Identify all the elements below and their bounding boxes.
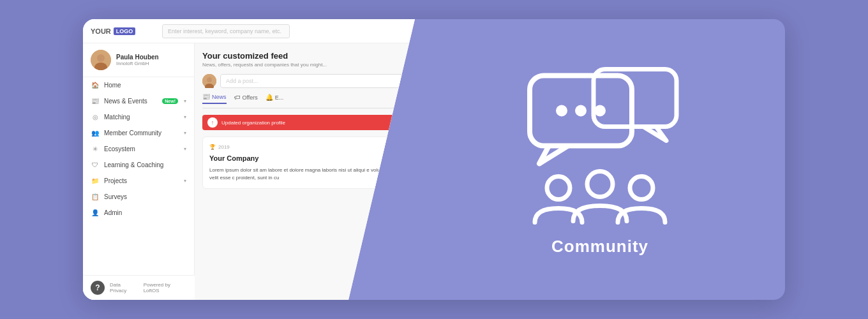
chevron-icon-community: ▾ (184, 130, 186, 136)
nav-label-ecosystem: Ecosystem (104, 145, 179, 152)
data-privacy-link[interactable]: Data Privacy (110, 282, 138, 293)
nav-label-matching: Matching (104, 114, 179, 121)
svg-point-11 (547, 177, 570, 200)
nav-item-home[interactable]: 🏠 Home (83, 77, 194, 93)
community-icon: 👥 (91, 130, 100, 137)
chevron-icon: ▾ (184, 98, 186, 104)
search-placeholder: Enter interest, keyword, company name, e… (168, 28, 281, 34)
offers-tab-icon: 🏷 (234, 94, 241, 101)
tab-offers-label: Offers (243, 94, 258, 101)
nav-item-projects[interactable]: 📁 Projects ▾ (83, 173, 194, 189)
main-card: YOUR LOGO Enter interest, keyword, compa… (83, 19, 785, 300)
logo-your: YOUR (91, 27, 111, 35)
add-post-input[interactable]: Add a post... (220, 74, 407, 88)
notif-icon: ↑ (207, 117, 218, 128)
svg-point-1 (97, 54, 105, 62)
learning-icon: 🛡 (91, 161, 100, 168)
tab-offers[interactable]: 🏷 Offers (234, 93, 258, 104)
svg-point-7 (556, 105, 567, 117)
post-body: Lorem ipsum dolor sit am labore et dolor… (209, 167, 400, 182)
home-icon: 🏠 (91, 82, 100, 89)
tab-extra[interactable]: 🔔 E... (266, 93, 284, 104)
user-company: Innoloft GmbH (116, 61, 186, 66)
logo-area: YOUR LOGO (91, 27, 154, 35)
extra-tab-icon: 🔔 (266, 94, 273, 101)
community-text: Community (551, 237, 648, 256)
sidebar: Paula Houben Innoloft GmbH 🏠 Home 📰 News… (83, 43, 195, 300)
tab-extra-label: E... (275, 94, 284, 101)
nav-label-admin: Admin (104, 209, 186, 216)
nav-label-projects: Projects (104, 177, 179, 184)
app-body: Paula Houben Innoloft GmbH 🏠 Home 📰 News… (83, 43, 415, 300)
svg-point-8 (575, 105, 587, 117)
add-post-row: Add a post... (202, 74, 407, 88)
matching-icon: ◎ (91, 114, 100, 121)
help-button[interactable]: ? (91, 281, 105, 295)
admin-icon: 👤 (91, 209, 100, 216)
nav-label-surveys: Surveys (104, 193, 186, 200)
svg-point-9 (594, 105, 606, 117)
user-info: Paula Houben Innoloft GmbH (116, 54, 186, 66)
post-card: 🏆 2019 Your Company Lorem ipsum dolor si… (202, 137, 407, 189)
user-profile: Paula Houben Innoloft GmbH (83, 43, 194, 77)
filter-tabs: 📰 News 🏷 Offers 🔔 E... (202, 93, 407, 108)
svg-point-4 (207, 77, 212, 82)
post-year: 🏆 2019 (209, 144, 400, 151)
nav-item-ecosystem[interactable]: ✳ Ecosystem ▾ (83, 141, 194, 157)
app-screenshot: YOUR LOGO Enter interest, keyword, compa… (83, 19, 415, 300)
nav-item-matching[interactable]: ◎ Matching ▾ (83, 109, 194, 125)
news-badge: New! (162, 98, 178, 104)
community-label: Community (511, 63, 689, 256)
powered-by-label: Powered by LoftOS (144, 282, 187, 293)
search-bar[interactable]: Enter interest, keyword, company name, e… (162, 24, 290, 38)
news-icon: 📰 (91, 98, 100, 105)
community-side: Community (415, 19, 785, 300)
nav-label-learning: Learning & Coaching (104, 161, 186, 168)
svg-point-13 (630, 177, 653, 200)
news-tab-icon: 📰 (202, 93, 210, 100)
sidebar-footer: ? Data Privacy Powered by LoftOS (83, 275, 195, 300)
add-post-placeholder: Add a post... (226, 78, 258, 84)
mini-avatar (202, 74, 216, 88)
surveys-icon: 📋 (91, 193, 100, 200)
chevron-icon-projects: ▾ (184, 178, 186, 184)
ecosystem-icon: ✳ (91, 145, 100, 152)
chevron-icon-ecosystem: ▾ (184, 146, 186, 152)
nav-label-community: Member Community (104, 130, 179, 137)
logo-box: LOGO (114, 27, 136, 35)
tab-news[interactable]: 📰 News (202, 93, 227, 104)
community-icon-svg (511, 63, 689, 232)
nav-item-news[interactable]: 📰 News & Events New! ▾ (83, 93, 194, 109)
notification-text: Updated organization profile (221, 120, 285, 126)
nav-item-admin[interactable]: 👤 Admin (83, 205, 194, 221)
award-icon: 🏆 (209, 144, 216, 151)
nav-label-news: News & Events (104, 98, 158, 105)
app-topbar: YOUR LOGO Enter interest, keyword, compa… (83, 19, 415, 43)
nav-item-community[interactable]: 👥 Member Community ▾ (83, 125, 194, 141)
feed-subtitle: News, offers, requests and companies tha… (202, 62, 407, 68)
avatar (91, 50, 111, 70)
feed-title: Your customized feed (202, 51, 407, 61)
notification-bar: ↑ Updated organization profile (202, 115, 407, 130)
nav-item-surveys[interactable]: 📋 Surveys (83, 189, 194, 205)
projects-icon: 📁 (91, 177, 100, 184)
svg-point-12 (587, 172, 613, 197)
chevron-icon-matching: ▾ (184, 114, 186, 120)
nav-item-learning[interactable]: 🛡 Learning & Coaching (83, 157, 194, 173)
post-company: Your Company (209, 153, 400, 164)
nav-label-home: Home (104, 82, 186, 89)
tab-news-label: News (212, 94, 227, 100)
main-content: Your customized feed News, offers, reque… (195, 43, 415, 300)
user-name: Paula Houben (116, 54, 186, 61)
